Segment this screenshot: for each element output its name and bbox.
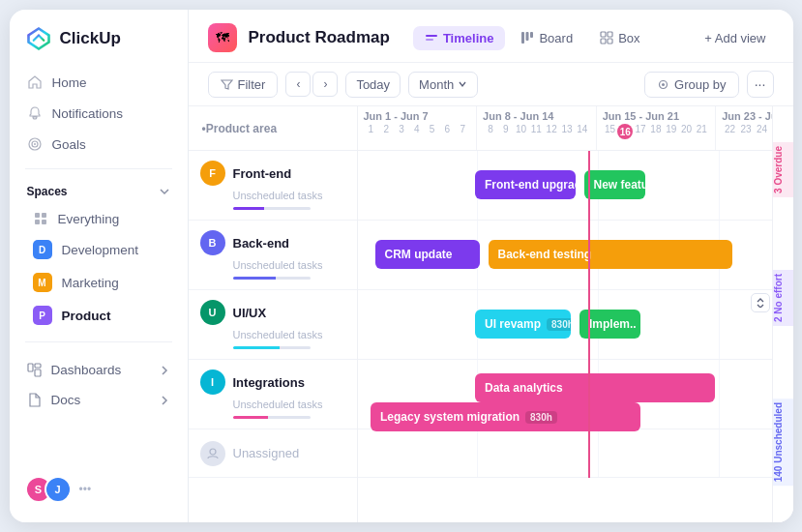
gantt-row-frontend-label: F Front-end Unscheduled tasks xyxy=(189,151,357,221)
filter-icon xyxy=(221,78,233,91)
month-button[interactable]: Month xyxy=(408,72,478,98)
uiux-icon: U xyxy=(200,300,225,325)
sidebar-item-goals[interactable]: Goals xyxy=(17,130,180,159)
toolbar: Filter ‹ › Today Month Group by ··· xyxy=(189,63,793,106)
svg-rect-13 xyxy=(521,32,524,44)
sidebar-divider-2 xyxy=(25,341,172,342)
spaces-header[interactable]: Spaces xyxy=(10,179,188,204)
sidebar-divider xyxy=(25,168,172,169)
project-title: Product Roadmap xyxy=(249,28,390,47)
sidebar-user[interactable]: S J ••• xyxy=(10,468,188,511)
svg-rect-4 xyxy=(35,213,40,218)
add-view-button[interactable]: + Add view xyxy=(697,26,773,50)
docs-icon xyxy=(27,393,42,407)
group-by-button[interactable]: Group by xyxy=(644,72,738,98)
no-effort-label: 2 No effort xyxy=(773,270,793,326)
next-button[interactable]: › xyxy=(312,72,338,97)
svg-rect-19 xyxy=(608,39,612,44)
overdue-label: 3 Overdue xyxy=(773,142,793,197)
task-bar-data-analytics[interactable]: Data analytics xyxy=(475,373,715,402)
svg-point-22 xyxy=(210,449,216,455)
svg-rect-14 xyxy=(526,32,529,41)
integrations-icon: I xyxy=(200,369,225,395)
development-badge: D xyxy=(33,240,52,259)
gantt-left-panel: • Product area F Front-end Unscheduled t… xyxy=(189,106,358,522)
task-bar-ui-revamp[interactable]: UI revamp 830h xyxy=(475,310,571,339)
main-header: 🗺 Product Roadmap Timeline Board Box xyxy=(189,10,793,63)
chevron-right-icon xyxy=(159,365,170,376)
grid-icon xyxy=(33,211,48,226)
task-bar-backend-testing[interactable]: Back-end testing xyxy=(489,240,732,269)
grid-cols-5 xyxy=(358,429,793,477)
dashboard-icon xyxy=(27,363,42,377)
today-button[interactable]: Today xyxy=(345,72,401,98)
group-icon xyxy=(657,78,669,91)
view-tabs: Timeline Board Box xyxy=(413,26,652,50)
main-content: 🗺 Product Roadmap Timeline Board Box xyxy=(189,10,793,522)
unassigned-icon xyxy=(200,441,225,466)
task-bar-legacy-migration[interactable]: Legacy system migration 830h xyxy=(371,402,640,431)
sidebar-logo: ClickUp xyxy=(10,25,188,68)
week-1: Jun 1 - Jun 7 1 2 3 4 5 6 7 xyxy=(358,106,478,150)
marketing-badge: M xyxy=(33,273,52,292)
svg-marker-0 xyxy=(28,29,48,49)
sidebar-item-development[interactable]: D Development xyxy=(17,233,180,266)
svg-point-3 xyxy=(34,143,36,145)
chevron-right-icon-2 xyxy=(159,395,170,406)
gantt-area-header: • Product area xyxy=(189,106,357,151)
sidebar-item-notifications[interactable]: Notifications xyxy=(17,99,180,128)
grid-cols-3 xyxy=(358,290,793,359)
grid-cols-1 xyxy=(358,151,793,220)
prev-button[interactable]: ‹ xyxy=(285,72,311,97)
sidebar: ClickUp Home Notifications xyxy=(10,10,189,522)
sidebar-item-dashboards[interactable]: Dashboards xyxy=(17,356,180,384)
gantt-row-uiux: UI revamp 830h Implem.. ℹ xyxy=(358,290,793,360)
task-bar-crm-update[interactable]: CRM update xyxy=(375,240,480,269)
task-bar-new-feature[interactable]: New feature.. ℹ xyxy=(584,170,645,199)
frontend-unscheduled: Unscheduled tasks xyxy=(200,190,345,201)
svg-rect-6 xyxy=(35,220,40,224)
more-options-button[interactable]: ··· xyxy=(747,71,774,98)
app-title: ClickUp xyxy=(60,29,121,48)
toolbar-right: Group by ··· xyxy=(644,71,773,98)
collapse-button[interactable] xyxy=(751,293,770,312)
svg-rect-7 xyxy=(42,220,46,224)
user-dots: ••• xyxy=(79,483,92,496)
chevron-down-small-icon xyxy=(458,79,467,89)
sidebar-item-docs[interactable]: Docs xyxy=(17,386,180,414)
backend-icon: B xyxy=(200,230,225,255)
sidebar-item-product[interactable]: P Product xyxy=(17,299,180,332)
gantt-row-backend: CRM update Back-end testing xyxy=(358,221,793,290)
gantt-row-backend-label: B Back-end Unscheduled tasks xyxy=(189,221,357,290)
gantt-row-uiux-label: U UI/UX Unscheduled tasks xyxy=(189,290,357,360)
box-icon xyxy=(600,31,613,44)
task-bar-frontend-upgrade[interactable]: Front-end upgrade 830h xyxy=(475,170,576,199)
sidebar-bottom: Dashboards Docs xyxy=(10,356,188,414)
chevron-down-icon xyxy=(159,186,170,197)
filter-button[interactable]: Filter xyxy=(208,72,279,98)
nav-arrows: ‹ › xyxy=(285,72,338,97)
tab-timeline[interactable]: Timeline xyxy=(413,26,506,50)
sidebar-item-marketing[interactable]: M Marketing xyxy=(17,266,180,299)
svg-rect-16 xyxy=(601,32,606,37)
tab-box[interactable]: Box xyxy=(588,26,651,50)
svg-rect-8 xyxy=(28,364,33,371)
timeline-icon xyxy=(425,31,438,44)
board-icon xyxy=(520,31,534,44)
svg-rect-12 xyxy=(426,39,433,41)
svg-rect-15 xyxy=(530,32,533,38)
tab-board[interactable]: Board xyxy=(509,26,584,50)
week-3: Jun 15 - Jun 21 15 16 17 18 19 20 21 xyxy=(597,106,717,150)
svg-rect-11 xyxy=(426,35,437,37)
svg-rect-5 xyxy=(42,213,46,218)
sidebar-item-home[interactable]: Home xyxy=(17,68,180,97)
svg-rect-18 xyxy=(601,39,606,44)
frontend-icon: F xyxy=(200,161,225,186)
unscheduled-label: 140 Unscheduled xyxy=(773,399,793,486)
side-labels: 3 Overdue 2 No effort 140 Unscheduled xyxy=(772,106,793,522)
bell-icon xyxy=(27,105,43,121)
product-badge: P xyxy=(33,306,52,325)
sidebar-item-everything[interactable]: Everything xyxy=(17,204,180,233)
svg-rect-17 xyxy=(608,32,612,37)
svg-point-21 xyxy=(662,83,665,86)
